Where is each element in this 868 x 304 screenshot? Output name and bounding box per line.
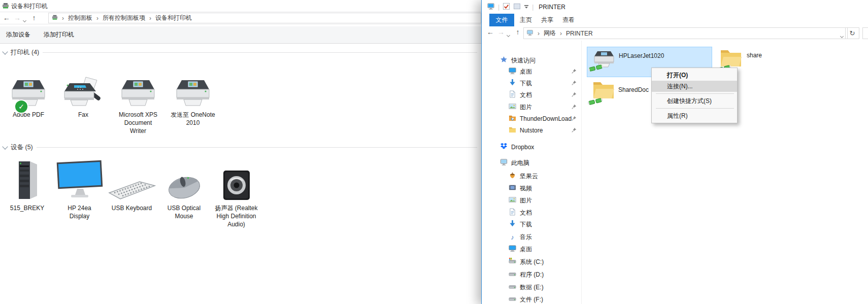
acorn-icon xyxy=(509,172,516,181)
menu-item-connect[interactable]: 连接(N)... xyxy=(652,81,737,92)
properties-qat-icon[interactable] xyxy=(503,3,510,12)
device-item-usb-keyboard[interactable]: USB Keyboard xyxy=(106,151,158,228)
devices-group-title: 设备 (5) xyxy=(11,143,33,152)
printer-label: Adobe PDF xyxy=(13,111,44,119)
tab-share[interactable]: 共享 xyxy=(540,14,555,26)
this-pc-icon xyxy=(487,3,495,12)
pin-icon xyxy=(571,116,577,123)
customize-qat-chevron-icon[interactable] xyxy=(524,4,529,11)
add-printer-button[interactable]: 添加打印机 xyxy=(44,26,74,43)
refresh-button[interactable]: ↻ xyxy=(845,27,859,39)
left-address-bar[interactable]: › 控制面板 › 所有控制面板项 › 设备和打印机 xyxy=(48,13,481,23)
sidebar-item-downloads2[interactable]: 下载 xyxy=(482,219,608,229)
sidebar-item-nutstore[interactable]: Nutstore xyxy=(482,125,608,136)
sidebar-item-drive-f[interactable]: 文件 (F:) xyxy=(482,294,608,304)
breadcrumb-separator-icon: › xyxy=(60,15,66,22)
printer-icon xyxy=(118,64,158,109)
up-button[interactable]: ↑ xyxy=(29,13,39,22)
tab-view[interactable]: 查看 xyxy=(561,14,576,26)
menu-item-properties[interactable]: 属性(R) xyxy=(652,110,737,121)
right-titlebar[interactable]: | | PRINTER xyxy=(482,0,868,14)
device-item-hp-display[interactable]: HP 24ea Display xyxy=(53,151,106,228)
devices-row: 515_BREKY HP 24ea Display USB Keyboard U… xyxy=(1,151,262,228)
computer-tower-icon xyxy=(13,151,42,202)
right-address-bar[interactable]: › 网络 › PRINTER xyxy=(523,27,848,39)
device-item-515-breky[interactable]: 515_BREKY xyxy=(1,151,53,228)
breadcrumb-network[interactable]: 网络 xyxy=(544,29,556,38)
collapse-chevron-icon[interactable] xyxy=(2,49,8,54)
printer-icon xyxy=(173,64,213,109)
sidebar-item-drive-e[interactable]: 数据 (E:) xyxy=(482,282,608,292)
pin-icon xyxy=(571,69,577,76)
printer-item-xps-writer[interactable]: Microsoft XPS Document Writer xyxy=(111,64,165,135)
sidebar-item-desktop2[interactable]: 桌面 xyxy=(482,244,608,254)
sidebar-item-nutcloud[interactable]: 坚果云 xyxy=(482,171,608,181)
new-folder-qat-icon[interactable] xyxy=(513,3,521,12)
printers-group-header: 打印机 (4) xyxy=(3,48,477,56)
sidebar-item-videos[interactable]: 视频 xyxy=(482,183,608,193)
printer-item-adobe-pdf[interactable]: ✓ Adobe PDF xyxy=(1,64,56,135)
pictures-icon xyxy=(509,103,516,112)
back-button[interactable]: ← xyxy=(486,27,495,37)
left-command-bar: 添加设备 添加打印机 xyxy=(0,26,481,44)
back-button[interactable]: ← xyxy=(2,13,11,22)
printer-item-fax[interactable]: Fax xyxy=(56,64,111,135)
left-titlebar[interactable]: 设备和打印机 xyxy=(0,0,481,12)
breadcrumb-separator-icon: › xyxy=(147,15,153,22)
devices-printers-icon xyxy=(2,2,9,11)
forward-button[interactable]: → xyxy=(13,13,22,22)
sidebar-item-quick-access[interactable]: 快速访问 xyxy=(482,55,599,65)
recent-locations-chevron-icon[interactable] xyxy=(507,31,510,38)
group-divider xyxy=(43,52,477,53)
file-name: share xyxy=(747,52,762,59)
forward-button[interactable]: → xyxy=(496,27,506,37)
printer-icon: ✓ xyxy=(8,64,49,109)
menu-item-create-shortcut[interactable]: 创建快捷方式(S) xyxy=(652,95,737,107)
sidebar-item-drive-d[interactable]: 程序 (D:) xyxy=(482,269,608,280)
device-item-usb-mouse[interactable]: USB Optical Mouse xyxy=(158,151,210,228)
drive-icon xyxy=(509,270,516,279)
device-label: HP 24ea Display xyxy=(68,204,91,220)
collapse-chevron-icon[interactable] xyxy=(2,144,8,149)
sidebar-item-thunderdownload[interactable]: ThunderDownLoad xyxy=(482,114,608,124)
drive-icon xyxy=(509,295,516,304)
printer-label: 发送至 OneNote 2010 xyxy=(171,111,215,127)
breadcrumb-devices-printers[interactable]: 设备和打印机 xyxy=(155,14,192,22)
up-button[interactable]: ↑ xyxy=(513,27,522,37)
tab-home[interactable]: 主页 xyxy=(518,14,533,26)
keyboard-icon xyxy=(107,151,157,202)
sidebar-item-documents2[interactable]: 文档 xyxy=(482,208,608,218)
sidebar-item-drive-c[interactable]: 系统 (C:) xyxy=(482,257,608,267)
qat-separator: | xyxy=(532,4,533,11)
printers-group-title: 打印机 (4) xyxy=(11,48,39,57)
tab-file[interactable]: 文件 xyxy=(489,14,514,26)
music-note-icon: ♪ xyxy=(509,234,516,241)
breadcrumb-printer[interactable]: PRINTER xyxy=(566,30,593,37)
search-box[interactable] xyxy=(862,27,868,39)
folder-icon xyxy=(509,126,516,135)
address-dropdown-chevron-icon[interactable] xyxy=(841,32,843,39)
dropbox-icon xyxy=(500,143,508,152)
default-printer-check-icon: ✓ xyxy=(15,100,27,113)
breadcrumb-separator-icon: › xyxy=(536,30,542,37)
context-menu: 打开(O) 连接(N)... 创建快捷方式(S) 属性(R) xyxy=(651,67,738,123)
network-pc-icon xyxy=(526,29,533,38)
sidebar-item-pictures2[interactable]: 图片 xyxy=(482,195,608,206)
sidebar-item-this-pc[interactable]: 此电脑 xyxy=(482,158,599,168)
breadcrumb-control-panel[interactable]: 控制面板 xyxy=(68,14,92,22)
recent-locations-chevron-icon[interactable] xyxy=(23,16,26,23)
device-label: USB Optical Mouse xyxy=(168,204,201,220)
device-item-speakers[interactable]: 扬声器 (Realtek High Definition Audio) xyxy=(210,151,262,228)
menu-item-open[interactable]: 打开(O) xyxy=(652,70,737,81)
breadcrumb-all-items[interactable]: 所有控制面板项 xyxy=(103,14,145,22)
sidebar-item-dropbox[interactable]: Dropbox xyxy=(482,142,599,152)
videos-icon xyxy=(509,184,516,193)
desktop-stage: 设备和打印机 ← → ↑ › 控制面板 › 所有控制面板项 › 设备和打印机 添… xyxy=(0,0,868,304)
printer-item-onenote[interactable]: 发送至 OneNote 2010 xyxy=(165,64,220,135)
add-device-button[interactable]: 添加设备 xyxy=(6,26,30,43)
left-window-title: 设备和打印机 xyxy=(11,2,48,11)
qat-separator: | xyxy=(498,4,499,11)
breadcrumb-separator-icon: › xyxy=(94,15,101,22)
sidebar-item-music[interactable]: ♪ 音乐 xyxy=(482,232,608,242)
menu-separator xyxy=(656,93,734,94)
